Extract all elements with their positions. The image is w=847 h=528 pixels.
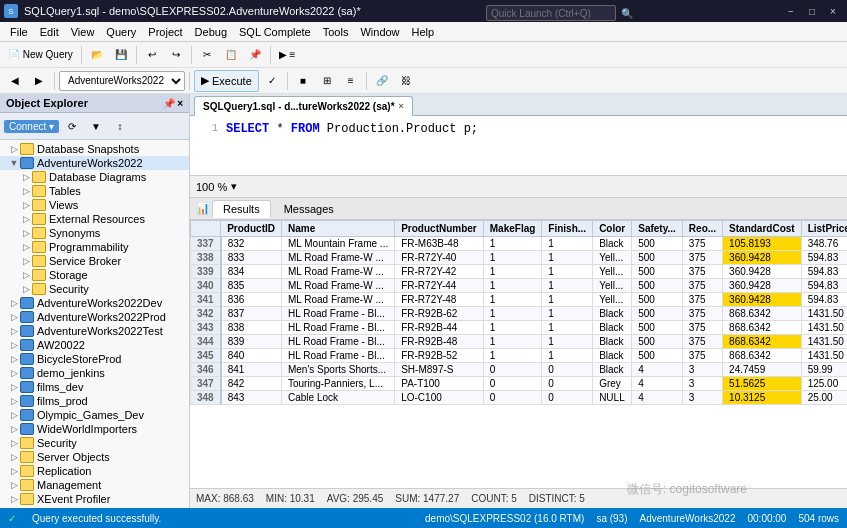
oe-item-extresources[interactable]: ▷ External Resources	[0, 212, 189, 226]
oe-connect-button[interactable]: Connect ▾	[4, 120, 59, 133]
menu-debug[interactable]: Debug	[189, 24, 233, 40]
menu-view[interactable]: View	[65, 24, 101, 40]
query-tab-active[interactable]: SQLQuery1.sql - d...tureWorks2022 (sa)* …	[194, 96, 413, 116]
table-cell[interactable]: 0	[483, 363, 542, 377]
table-cell[interactable]: 1	[542, 293, 593, 307]
menu-tools[interactable]: Tools	[317, 24, 355, 40]
table-cell[interactable]: 835	[221, 279, 282, 293]
table-cell[interactable]: 839	[221, 335, 282, 349]
table-cell[interactable]: Black	[593, 335, 632, 349]
new-query-btn[interactable]: 📄 New Query	[4, 44, 77, 66]
table-cell[interactable]: 1	[483, 349, 542, 363]
table-cell[interactable]: 1	[542, 335, 593, 349]
oe-item-aw2022[interactable]: ▼ AdventureWorks2022	[0, 156, 189, 170]
oe-refresh-btn[interactable]: ⟳	[61, 115, 83, 137]
table-cell[interactable]: 500	[632, 293, 683, 307]
table-cell[interactable]: ML Mountain Frame ...	[281, 237, 394, 251]
table-cell[interactable]: 834	[221, 265, 282, 279]
table-cell[interactable]: Black	[593, 363, 632, 377]
col-finish[interactable]: Finish...	[542, 221, 593, 237]
menu-window[interactable]: Window	[354, 24, 405, 40]
col-makeflag[interactable]: MakeFlag	[483, 221, 542, 237]
table-cell[interactable]: 0	[542, 377, 593, 391]
col-productnumber[interactable]: ProductNumber	[395, 221, 484, 237]
table-cell[interactable]: 1	[542, 321, 593, 335]
table-cell[interactable]: 375	[682, 307, 722, 321]
table-cell[interactable]: FR-R72Y-40	[395, 251, 484, 265]
table-cell[interactable]: 1	[542, 307, 593, 321]
oe-item-olympic[interactable]: ▷ Olympic_Games_Dev	[0, 408, 189, 422]
menu-help[interactable]: Help	[406, 24, 441, 40]
back-btn[interactable]: ◀	[4, 70, 26, 92]
table-cell[interactable]: HL Road Frame - Bl...	[281, 307, 394, 321]
oe-item-films-dev[interactable]: ▷ films_dev	[0, 380, 189, 394]
results-tab-results[interactable]: Results	[212, 200, 271, 218]
table-cell[interactable]: FR-R92B-52	[395, 349, 484, 363]
table-cell[interactable]: 375	[682, 251, 722, 265]
table-cell[interactable]: 1431.50	[801, 307, 847, 321]
oe-item-films-prod[interactable]: ▷ films_prod	[0, 394, 189, 408]
stop-btn[interactable]: ■	[292, 70, 314, 92]
col-listprice[interactable]: ListPrice	[801, 221, 847, 237]
table-cell[interactable]: ML Road Frame-W ...	[281, 279, 394, 293]
table-cell[interactable]: FR-M63B-48	[395, 237, 484, 251]
table-cell[interactable]: 1	[483, 279, 542, 293]
oe-item-security2[interactable]: ▷ Security	[0, 436, 189, 450]
conn-btn[interactable]: 🔗	[371, 70, 393, 92]
table-cell[interactable]: 1	[483, 335, 542, 349]
table-cell[interactable]: SH-M897-S	[395, 363, 484, 377]
oe-item-management[interactable]: ▷ Management	[0, 478, 189, 492]
oe-item-synonyms[interactable]: ▷ Synonyms	[0, 226, 189, 240]
table-cell[interactable]: 375	[682, 293, 722, 307]
table-cell[interactable]: 1	[542, 265, 593, 279]
table-cell[interactable]: Black	[593, 237, 632, 251]
table-cell[interactable]: 51.5625	[723, 377, 802, 391]
table-cell[interactable]: 375	[682, 279, 722, 293]
menu-query[interactable]: Query	[100, 24, 142, 40]
table-cell[interactable]: 0	[542, 391, 593, 405]
oe-item-bicyclestoreprod[interactable]: ▷ BicycleStoreProd	[0, 352, 189, 366]
oe-item-wideworldimporters[interactable]: ▷ WideWorldImporters	[0, 422, 189, 436]
table-cell[interactable]: 500	[632, 237, 683, 251]
oe-item-aw20022[interactable]: ▷ AW20022	[0, 338, 189, 352]
table-cell[interactable]: 1431.50	[801, 321, 847, 335]
table-cell[interactable]: ML Road Frame-W ...	[281, 251, 394, 265]
table-cell[interactable]: 1	[483, 293, 542, 307]
table-cell[interactable]: FR-R92B-44	[395, 321, 484, 335]
table-cell[interactable]: 375	[682, 237, 722, 251]
copy-btn[interactable]: 📋	[220, 44, 242, 66]
oe-item-aw2022dev[interactable]: ▷ AdventureWorks2022Dev	[0, 296, 189, 310]
table-cell[interactable]: 842	[221, 377, 282, 391]
table-cell[interactable]: Black	[593, 321, 632, 335]
oe-item-views[interactable]: ▷ Views	[0, 198, 189, 212]
table-cell[interactable]: HL Road Frame - Bl...	[281, 321, 394, 335]
table-cell[interactable]: 594.83	[801, 279, 847, 293]
table-cell[interactable]: 4	[632, 377, 683, 391]
table-cell[interactable]: 594.83	[801, 265, 847, 279]
table-cell[interactable]: FR-R72Y-42	[395, 265, 484, 279]
cut-btn[interactable]: ✂	[196, 44, 218, 66]
results-text-btn[interactable]: ≡	[340, 70, 362, 92]
table-cell[interactable]: 594.83	[801, 251, 847, 265]
table-cell[interactable]: 500	[632, 349, 683, 363]
oe-item-storage[interactable]: ▷ Storage	[0, 268, 189, 282]
table-cell[interactable]: 360.9428	[723, 293, 802, 307]
table-cell[interactable]: 360.9428	[723, 251, 802, 265]
zoom-icon[interactable]: ▾	[231, 180, 237, 193]
table-cell[interactable]: 1431.50	[801, 335, 847, 349]
table-cell[interactable]: 375	[682, 349, 722, 363]
data-grid-container[interactable]: ProductID Name ProductNumber MakeFlag Fi…	[190, 220, 847, 488]
table-cell[interactable]: 1431.50	[801, 349, 847, 363]
table-cell[interactable]: FR-R72Y-48	[395, 293, 484, 307]
table-cell[interactable]: Grey	[593, 377, 632, 391]
table-cell[interactable]: 1	[483, 307, 542, 321]
table-cell[interactable]: 1	[483, 265, 542, 279]
table-cell[interactable]: 348.76	[801, 237, 847, 251]
parse-btn[interactable]: ✓	[261, 70, 283, 92]
table-cell[interactable]: 1	[483, 321, 542, 335]
table-cell[interactable]: 375	[682, 265, 722, 279]
table-cell[interactable]: 59.99	[801, 363, 847, 377]
table-cell[interactable]: 360.9428	[723, 279, 802, 293]
tab-close-icon[interactable]: ×	[399, 101, 404, 111]
table-cell[interactable]: 0	[483, 377, 542, 391]
